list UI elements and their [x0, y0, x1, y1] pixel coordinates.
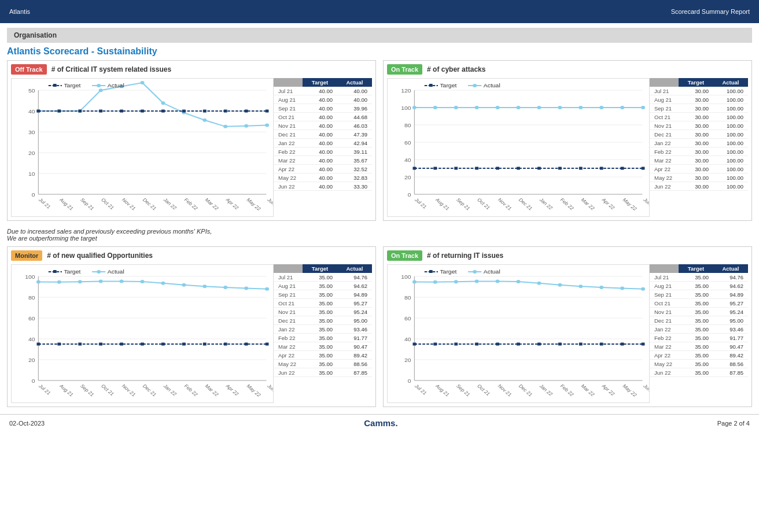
svg-text:Oct 21: Oct 21: [476, 383, 492, 397]
svg-text:Target: Target: [440, 269, 456, 275]
svg-text:Sep 21: Sep 21: [455, 197, 471, 212]
svg-rect-84: [412, 167, 416, 170]
header-right: Scorecard Summary Report: [671, 8, 750, 15]
svg-point-82: [620, 106, 624, 109]
section-returning-it: On Track # of returning IT issues 100 80…: [383, 246, 752, 407]
svg-rect-144: [120, 343, 123, 346]
svg-text:10: 10: [28, 171, 35, 177]
svg-text:Actual: Actual: [484, 83, 500, 88]
table-row: Feb 2235.0091.77: [274, 334, 372, 342]
svg-text:Actual: Actual: [108, 83, 124, 88]
svg-text:May 22: May 22: [621, 197, 638, 212]
svg-point-193: [599, 286, 603, 289]
svg-point-112: [473, 84, 477, 87]
svg-point-22: [202, 119, 207, 122]
badge-on-track-2: On Track: [387, 250, 422, 261]
table-cyber: Target Actual Jul 2130.00100.00Aug 2130.…: [650, 78, 748, 217]
svg-rect-90: [537, 167, 541, 170]
svg-point-187: [475, 280, 479, 283]
svg-text:Jul 21: Jul 21: [38, 197, 52, 210]
svg-rect-165: [53, 270, 57, 273]
table-row: May 2230.00100.00: [650, 173, 748, 182]
badge-off-track: Off Track: [11, 64, 47, 75]
svg-text:Jul 21: Jul 21: [38, 383, 52, 396]
svg-text:Aug 21: Aug 21: [58, 383, 75, 398]
table-row: Nov 2130.00100.00: [650, 121, 748, 130]
svg-text:40: 40: [28, 109, 35, 114]
table-row: Mar 2235.0090.47: [274, 342, 372, 351]
svg-point-168: [97, 270, 101, 274]
chart-cyber: 120 100 80 60 40 20 0: [387, 78, 650, 217]
svg-text:Oct 21: Oct 21: [100, 197, 116, 210]
svg-text:Mar 22: Mar 22: [204, 383, 220, 397]
table-row: Nov 2135.0095.24: [650, 308, 748, 316]
svg-text:Aug 21: Aug 21: [58, 197, 75, 212]
svg-text:100: 100: [401, 274, 411, 280]
svg-point-195: [641, 287, 645, 291]
svg-rect-31: [141, 110, 144, 113]
table-row: Dec 2130.00100.00: [650, 130, 748, 139]
badge-on-track-1: On Track: [387, 64, 422, 75]
chart-opportunities: 100 80 60 40 20 0: [11, 264, 274, 403]
svg-rect-200: [496, 343, 499, 346]
svg-text:100: 100: [401, 105, 411, 111]
svg-point-139: [265, 287, 269, 291]
svg-rect-34: [203, 110, 207, 113]
table-row: Jan 2235.0093.46: [274, 325, 372, 334]
svg-rect-141: [57, 343, 61, 346]
svg-rect-89: [517, 167, 520, 170]
table-row: Aug 2135.0094.62: [650, 282, 748, 290]
svg-point-19: [141, 81, 145, 84]
table-row: Oct 2135.0095.27: [650, 299, 748, 308]
svg-text:May 22: May 22: [245, 383, 262, 398]
section-critical-it: Off Track # of Critical IT system relate…: [7, 60, 376, 221]
table-row: Dec 2140.0047.39: [274, 130, 372, 139]
table-row: May 2235.0088.56: [274, 360, 372, 368]
svg-point-224: [473, 270, 477, 274]
chart-table-row-critical-it: 50 40 30 20 10 0: [11, 78, 372, 217]
svg-text:40: 40: [404, 337, 411, 342]
svg-rect-37: [266, 110, 269, 113]
table-row: Aug 2140.0040.00: [274, 95, 372, 104]
chart-returning: 100 80 60 40 20 0: [387, 264, 650, 403]
svg-rect-148: [203, 343, 207, 346]
table-row: Jun 2240.0033.30: [274, 182, 372, 191]
svg-point-128: [36, 280, 40, 283]
svg-text:30: 30: [28, 130, 35, 135]
svg-rect-28: [78, 110, 82, 113]
page-header: Atlantis Scorecard Summary Report: [0, 0, 759, 23]
svg-text:60: 60: [404, 140, 411, 146]
table-row: Jun 2235.0087.85: [274, 368, 372, 377]
svg-point-83: [641, 106, 645, 109]
svg-text:Dec 21: Dec 21: [517, 383, 533, 398]
svg-text:Jan 22: Jan 22: [538, 383, 554, 397]
svg-text:Nov 21: Nov 21: [121, 383, 137, 398]
svg-text:Nov 21: Nov 21: [497, 197, 513, 212]
svg-text:Aug 21: Aug 21: [434, 197, 451, 212]
svg-rect-202: [537, 343, 541, 346]
scorecard-title: Atlantis Scorecard - Sustainability: [7, 46, 752, 57]
table-row: Sep 2135.0094.89: [650, 290, 748, 299]
svg-text:Target: Target: [64, 269, 80, 275]
section-label-returning-it: # of returning IT issues: [427, 252, 503, 260]
section-cyber-attacks: On Track # of cyber attacks 1: [383, 60, 752, 221]
svg-point-23: [223, 125, 227, 128]
svg-text:80: 80: [28, 295, 35, 301]
svg-point-54: [97, 84, 101, 87]
svg-text:Mar 22: Mar 22: [580, 197, 596, 211]
table-returning: Target Actual Jul 2135.0094.76Aug 2135.0…: [650, 264, 748, 403]
svg-rect-91: [558, 167, 562, 170]
svg-rect-32: [161, 110, 165, 113]
svg-point-133: [141, 280, 145, 283]
svg-text:Sep 21: Sep 21: [79, 197, 95, 212]
svg-point-190: [537, 282, 541, 285]
svg-text:Jun 22: Jun 22: [266, 383, 273, 397]
svg-rect-151: [266, 343, 269, 346]
table-row: Apr 2240.0032.52: [274, 165, 372, 173]
svg-point-130: [78, 280, 82, 283]
table-row: Apr 2235.0089.42: [650, 351, 748, 360]
table-row: Mar 2235.0090.47: [650, 342, 748, 351]
svg-text:Nov 21: Nov 21: [497, 383, 513, 398]
table-row: Mar 2240.0035.67: [274, 156, 372, 165]
svg-text:Mar 22: Mar 22: [580, 383, 596, 397]
